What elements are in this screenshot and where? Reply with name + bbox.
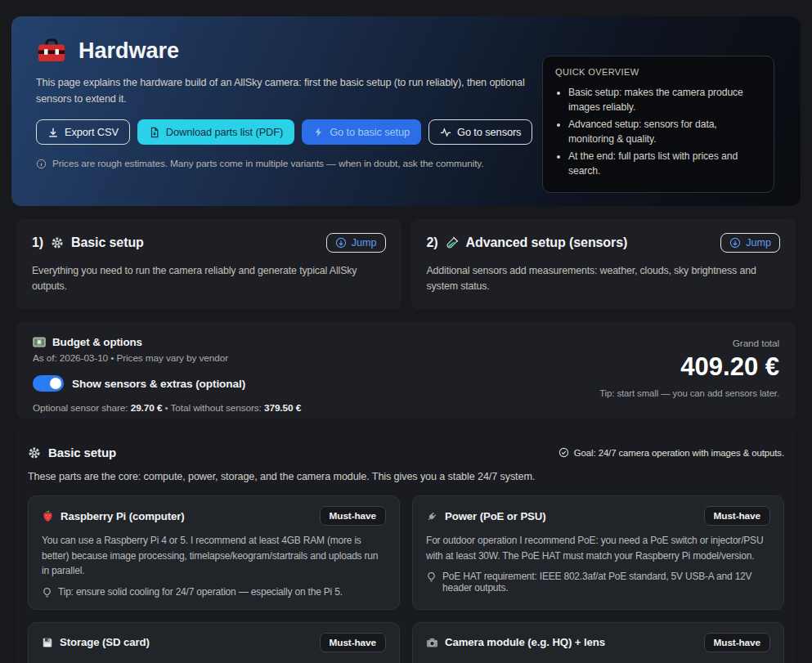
card-tip-text: PoE HAT requirement: IEEE 802.3af/at PoE… [442,571,770,594]
strawberry-icon [42,509,54,522]
bulb-icon [426,571,437,583]
grand-total-value: 409.20 € [599,352,779,382]
budget-subtitle: As of: 2026-03-10 • Prices may vary by v… [33,352,301,364]
must-have-badge: Must-have [704,506,770,526]
basic-cards-grid: Raspberry Pi (computer) Must-have You ca… [28,495,784,663]
basic-section-title: Basic setup [48,446,116,459]
test-tube-icon [446,236,459,249]
basic-goal: Goal: 24/7 camera operation with images … [559,446,784,458]
jump-label: Jump [352,237,377,249]
card-body-text: I use an SD card as system storage. Mini… [42,660,386,663]
sensor-share-label: Optional sensor share: [33,402,128,414]
must-have-badge: Must-have [320,506,386,526]
info-icon [36,159,47,169]
toc-basic-title: Basic setup [71,235,144,250]
quick-overview-panel: QUICK OVERVIEW Basic setup: makes the ca… [542,56,774,193]
without-sensors-value: 379.50 € [264,402,301,414]
card-tip-text: Tip: ensure solid cooling for 24/7 opera… [58,586,343,598]
without-sensors-label: Total without sensors: [171,402,262,414]
pdf-icon [149,127,160,138]
sensors-toggle-label: Show sensors & extras (optional) [72,378,245,390]
card-title-text: Camera module (e.g. HQ) + lens [445,636,605,648]
card-camera: Camera module (e.g. HQ) + lens Must-have… [412,622,784,663]
jump-to-basic-button[interactable]: Jump [326,233,386,253]
quick-overview-list: Basic setup: makes the camera produce im… [568,85,761,178]
bolt-icon [313,127,324,137]
budget-panel: Budget & options As of: 2026-03-10 • Pri… [16,322,796,419]
export-csv-label: Export CSV [65,126,119,138]
card-body-text: You can use a Raspberry Pi 4 or 5. I rec… [42,533,386,579]
card-tip: Tip: ensure solid cooling for 24/7 opera… [42,586,386,598]
card-tip: PoE HAT requirement: IEEE 802.3af/at PoE… [426,571,770,594]
download-icon [47,127,59,138]
hero-description: This page explains the hardware build of… [36,74,527,107]
budget-share-line: Optional sensor share: 29.70 € • Total w… [33,402,301,414]
toc-basic-number: 1) [32,235,43,250]
page-title: Hardware [79,38,179,64]
download-pdf-button[interactable]: Download parts list (PDF) [137,119,294,145]
banknote-icon [33,337,46,347]
quick-overview-title: QUICK OVERVIEW [555,67,761,77]
arrow-down-circle-icon [335,237,347,249]
hero-card: Hardware This page explains the hardware… [11,16,801,206]
toc-advanced-number: 2) [427,235,438,250]
bulb-icon [42,586,52,598]
go-to-basic-setup-button[interactable]: Go to basic setup [302,119,421,145]
gear-icon [28,446,41,459]
budget-title: Budget & options [52,336,142,348]
sensors-toggle-row[interactable]: Show sensors & extras (optional) [33,375,301,392]
overview-item: At the end: full parts list with prices … [568,149,761,178]
toc-row: 1) Basic setup Jump Everything you need … [16,219,796,309]
grand-total-label: Grand total [599,338,779,349]
toc-advanced-title: Advanced setup (sensors) [466,235,628,250]
camera-icon [426,637,438,648]
card-body-text: For outdoor operation I recommend PoE: y… [426,533,770,563]
basic-goal-text: Goal: 24/7 camera operation with images … [574,448,784,458]
go-to-sensors-label: Go to sensors [457,126,521,138]
check-circle-icon [559,447,569,458]
must-have-badge: Must-have [704,633,770,652]
plug-icon [426,510,438,522]
export-csv-button[interactable]: Export CSV [36,119,130,145]
go-to-basic-setup-label: Go to basic setup [330,126,410,138]
must-have-badge: Must-have [320,633,386,652]
pricing-note-text: Prices are rough estimates. Many parts c… [52,158,483,169]
toolbox-icon [36,38,67,64]
sensors-toggle[interactable] [33,375,64,392]
overview-item: Basic setup: makes the camera produce im… [568,85,761,114]
card-raspberry-pi: Raspberry Pi (computer) Must-have You ca… [28,495,400,610]
card-title-text: Power (PoE or PSU) [445,510,546,522]
card-storage: Storage (SD card) Must-have I use an SD … [28,622,400,663]
basic-setup-section: Basic setup Goal: 24/7 camera operation … [16,430,796,663]
toc-basic-description: Everything you need to run the camera re… [32,263,386,293]
basic-section-description: These parts are the core: compute, power… [28,471,784,482]
floppy-disk-icon [42,637,53,648]
download-pdf-label: Download parts list (PDF) [166,126,283,138]
separator-dot: • [165,402,168,414]
sensor-share-value: 29.70 € [131,402,163,414]
toc-advanced-description: Additional sensors add measurements: wea… [427,263,781,293]
card-title-text: Storage (SD card) [60,636,150,648]
overview-item: Advanced setup: sensors for data, monito… [568,117,761,146]
card-title-text: Raspberry Pi (computer) [61,510,185,522]
arrow-down-circle-icon [729,237,741,249]
gear-icon [51,236,64,249]
jump-to-sensors-button[interactable]: Jump [720,233,780,253]
toc-basic-panel: 1) Basic setup Jump Everything you need … [16,219,402,309]
jump-label: Jump [746,237,771,249]
toc-advanced-panel: 2) Advanced setup (sensors) Jump Additio… [411,219,796,309]
card-body-text: For the camera you can use the Raspberry… [426,660,770,663]
card-power: Power (PoE or PSU) Must-have For outdoor… [412,495,784,610]
activity-icon [440,127,451,138]
go-to-sensors-button[interactable]: Go to sensors [428,119,532,145]
grand-total-tip: Tip: start small — you can add sensors l… [599,388,779,398]
